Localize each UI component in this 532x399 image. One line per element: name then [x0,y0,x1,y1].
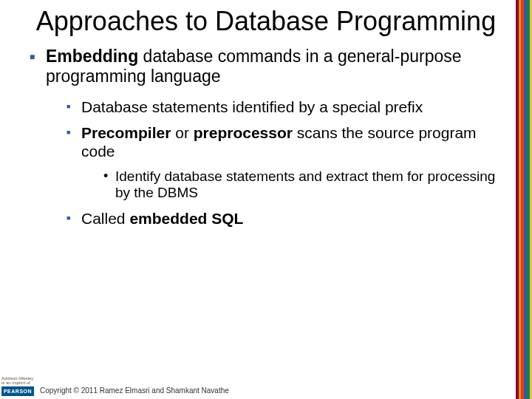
publisher-logo: Addison-Wesley is an imprint of PEARSON [1,376,37,396]
bullet-l2: Called embedded SQL [66,209,504,228]
bullet-text: Identify database statements and extract… [115,168,495,201]
bullet-l3: Identify database statements and extract… [103,168,504,202]
bullet-text: Called [81,210,129,227]
slide-content: Embedding database commands in a general… [0,47,532,228]
bullet-text: Database statements identified by a spec… [81,98,423,115]
bullet-text-bold: preprocessor [194,124,293,141]
slide-footer: Addison-Wesley is an imprint of PEARSON … [0,374,532,399]
bullet-text-bold: Embedding [46,47,138,66]
bullet-text-bold: Precompiler [81,124,171,141]
bullet-l1: Embedding database commands in a general… [28,47,504,228]
logo-label: PEARSON [1,386,34,396]
bullet-text: or [171,124,193,141]
bullet-text-bold: embedded SQL [129,210,243,227]
bullet-l2: Database statements identified by a spec… [66,98,504,116]
copyright-text: Copyright © 2011 Ramez Elmasri and Shamk… [40,386,229,395]
logo-caption: Addison-Wesley is an imprint of [1,376,37,385]
decorative-stripe [516,0,532,399]
slide-title: Approaches to Database Programming [22,7,510,36]
slide: Approaches to Database Programming Embed… [0,0,532,399]
bullet-l2: Precompiler or preprocessor scans the so… [66,123,504,202]
